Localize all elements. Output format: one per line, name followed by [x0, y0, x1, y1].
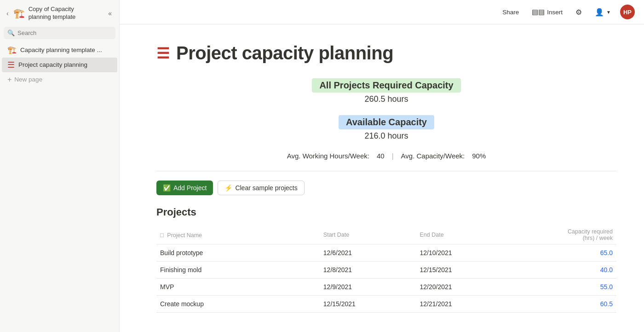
- project-name-cell: Create mockup: [156, 296, 320, 313]
- end-date-cell: 12/21/2021: [416, 296, 513, 313]
- col-project-name-header: □ Project Name: [156, 226, 320, 245]
- capacity-cell: 65.0: [512, 245, 616, 262]
- clear-icon: ⚡: [224, 184, 232, 192]
- add-project-button[interactable]: ✅ Add Project: [156, 181, 213, 195]
- project-capacity-icon: ☰: [7, 60, 15, 70]
- start-date-cell: 12/8/2021: [320, 262, 416, 279]
- available-capacity-value: 216.0 hours: [156, 131, 616, 141]
- avg-working-hours-value: 40: [377, 152, 385, 160]
- all-projects-value: 260.5 hours: [156, 94, 616, 104]
- project-name-cell: MVP: [156, 279, 320, 296]
- table-row: Build prototype 12/6/2021 12/10/2021 65.…: [156, 245, 616, 262]
- topbar-actions: Share ▤▤ Insert ⚙ 👤 ▼ HP: [499, 5, 635, 19]
- chevron-down-icon: ▼: [606, 10, 611, 15]
- share-button[interactable]: Share: [499, 7, 523, 17]
- content-area: ☰ Project capacity planning All Projects…: [120, 24, 644, 332]
- add-project-label: Add Project: [173, 184, 207, 192]
- insert-icon: ▤▤: [532, 8, 545, 16]
- search-icon: 🔍: [7, 29, 15, 36]
- main-area: Share ▤▤ Insert ⚙ 👤 ▼ HP ☰ Project capac…: [120, 0, 644, 332]
- section-divider: [156, 171, 616, 171]
- avg-capacity-label: Avg. Capacity/Week:: [401, 152, 465, 160]
- page-icon-inline: □: [160, 232, 164, 239]
- sidebar-item-project-capacity[interactable]: ☰ Project capacity planning: [2, 58, 117, 72]
- all-projects-stat: All Projects Required Capacity 260.5 hou…: [156, 78, 616, 104]
- new-page-item[interactable]: + New page: [2, 73, 117, 86]
- end-date-cell: 12/15/2021: [416, 262, 513, 279]
- sidebar-item-capacity-template[interactable]: 🏗️ Capacity planning template ...: [2, 43, 117, 57]
- capacity-template-icon: 🏗️: [7, 46, 17, 54]
- start-date-cell: 12/15/2021: [320, 296, 416, 313]
- avatar[interactable]: HP: [620, 5, 635, 19]
- page-title-icon: ☰: [156, 45, 170, 62]
- sidebar-item-label: Project capacity planning: [18, 61, 112, 68]
- sidebar-item-label: Capacity planning template ...: [20, 47, 112, 53]
- new-page-label: New page: [14, 76, 42, 83]
- project-name-cell: Finishing mold: [156, 262, 320, 279]
- sidebar-collapse-button[interactable]: «: [106, 8, 114, 19]
- available-capacity-stat: Available Capacity 216.0 hours: [156, 115, 616, 141]
- end-date-cell: 12/20/2021: [416, 279, 513, 296]
- avg-capacity-value: 90%: [472, 152, 486, 160]
- col-end-date-header: End Date: [416, 226, 513, 245]
- workspace-title: Copy of Capacity planning template: [29, 6, 76, 21]
- add-project-icon: ✅: [163, 184, 171, 192]
- clear-sample-button[interactable]: ⚡ Clear sample projects: [218, 181, 304, 195]
- sidebar-title-area: ‹ 🏗️ Copy of Capacity planning template: [6, 6, 106, 21]
- insert-button[interactable]: ▤▤ Insert: [528, 6, 566, 18]
- user-icon: 👤: [595, 8, 604, 17]
- end-date-cell: 12/10/2021: [416, 245, 513, 262]
- action-buttons: ✅ Add Project ⚡ Clear sample projects: [156, 181, 616, 195]
- plus-icon: +: [7, 76, 12, 84]
- page-title: Project capacity planning: [176, 43, 393, 64]
- share-label: Share: [502, 9, 519, 16]
- col-capacity-header: Capacity required (hrs) / week: [512, 226, 616, 245]
- avg-divider: |: [392, 152, 394, 160]
- avg-row: Avg. Working Hours/Week: 40 | Avg. Capac…: [156, 152, 616, 160]
- sidebar-header: ‹ 🏗️ Copy of Capacity planning template …: [0, 0, 119, 25]
- col-start-date-header: Start Date: [320, 226, 416, 245]
- sidebar: ‹ 🏗️ Copy of Capacity planning template …: [0, 0, 120, 332]
- table-row: MVP 12/9/2021 12/20/2021 55.0: [156, 279, 616, 296]
- sidebar-back-button[interactable]: ‹: [6, 9, 10, 18]
- table-header-row: □ Project Name Start Date End Date Capac…: [156, 226, 616, 245]
- insert-label: Insert: [547, 9, 563, 16]
- search-input[interactable]: [4, 27, 115, 39]
- avg-working-hours-label: Avg. Working Hours/Week:: [287, 152, 369, 160]
- projects-heading: Projects: [156, 206, 616, 218]
- start-date-cell: 12/9/2021: [320, 279, 416, 296]
- capacity-cell: 60.5: [512, 296, 616, 313]
- all-projects-label: All Projects Required Capacity: [312, 78, 460, 93]
- search-container: 🔍: [4, 27, 115, 39]
- table-row: Create mockup 12/15/2021 12/21/2021 60.5: [156, 296, 616, 313]
- settings-button[interactable]: ⚙: [572, 6, 586, 18]
- user-menu-button[interactable]: 👤 ▼: [591, 6, 615, 18]
- capacity-cell: 55.0: [512, 279, 616, 296]
- available-capacity-label: Available Capacity: [339, 115, 434, 129]
- project-name-cell: Build prototype: [156, 245, 320, 262]
- gear-icon: ⚙: [575, 8, 582, 17]
- projects-tbody: Build prototype 12/6/2021 12/10/2021 65.…: [156, 245, 616, 313]
- table-row: Finishing mold 12/8/2021 12/15/2021 40.0: [156, 262, 616, 279]
- page-title-row: ☰ Project capacity planning: [156, 43, 616, 64]
- clear-sample-label: Clear sample projects: [235, 184, 297, 192]
- start-date-cell: 12/6/2021: [320, 245, 416, 262]
- projects-table: □ Project Name Start Date End Date Capac…: [156, 226, 616, 313]
- workspace-icon: 🏗️: [13, 8, 25, 19]
- capacity-cell: 40.0: [512, 262, 616, 279]
- topbar: Share ▤▤ Insert ⚙ 👤 ▼ HP: [120, 0, 644, 24]
